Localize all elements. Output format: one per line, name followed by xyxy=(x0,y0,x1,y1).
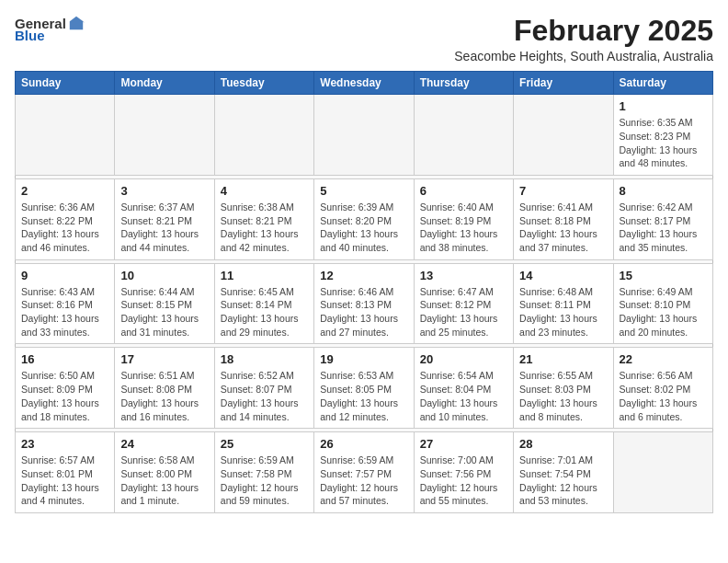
calendar-cell: 10Sunrise: 6:44 AM Sunset: 8:15 PM Dayli… xyxy=(115,263,214,344)
day-number: 12 xyxy=(320,269,407,282)
calendar-cell xyxy=(514,95,613,176)
calendar-cell: 15Sunrise: 6:49 AM Sunset: 8:10 PM Dayli… xyxy=(613,263,712,344)
logo-icon xyxy=(68,15,85,31)
title-area: February 2025 Seacombe Heights, South Au… xyxy=(454,15,713,63)
col-header-friday: Friday xyxy=(514,72,613,95)
calendar-cell: 12Sunrise: 6:46 AM Sunset: 8:13 PM Dayli… xyxy=(314,263,414,344)
calendar-week-row: 16Sunrise: 6:50 AM Sunset: 8:09 PM Dayli… xyxy=(16,348,713,429)
day-number: 1 xyxy=(620,99,707,113)
calendar-cell: 5Sunrise: 6:39 AM Sunset: 8:20 PM Daylig… xyxy=(314,178,414,259)
calendar-cell: 8Sunrise: 6:42 AM Sunset: 8:17 PM Daylig… xyxy=(613,178,712,259)
col-header-wednesday: Wednesday xyxy=(314,72,414,95)
day-number: 2 xyxy=(21,184,108,198)
col-header-tuesday: Tuesday xyxy=(214,72,313,95)
calendar-cell: 6Sunrise: 6:40 AM Sunset: 8:19 PM Daylig… xyxy=(414,178,513,259)
calendar-cell xyxy=(414,95,513,176)
day-info: Sunrise: 7:00 AM Sunset: 7:56 PM Dayligh… xyxy=(420,454,507,508)
calendar-cell: 9Sunrise: 6:43 AM Sunset: 8:16 PM Daylig… xyxy=(16,263,115,344)
logo-blue: Blue xyxy=(15,28,45,43)
day-info: Sunrise: 6:36 AM Sunset: 8:22 PM Dayligh… xyxy=(21,201,108,255)
calendar-cell: 16Sunrise: 6:50 AM Sunset: 8:09 PM Dayli… xyxy=(16,348,115,429)
calendar-week-row: 2Sunrise: 6:36 AM Sunset: 8:22 PM Daylig… xyxy=(16,178,713,259)
day-number: 10 xyxy=(120,269,208,282)
calendar-cell: 27Sunrise: 7:00 AM Sunset: 7:56 PM Dayli… xyxy=(414,432,513,513)
day-number: 6 xyxy=(420,184,507,198)
calendar-cell xyxy=(115,95,214,176)
day-info: Sunrise: 6:57 AM Sunset: 8:01 PM Dayligh… xyxy=(21,454,108,508)
day-info: Sunrise: 6:42 AM Sunset: 8:17 PM Dayligh… xyxy=(620,201,707,255)
calendar-cell: 4Sunrise: 6:38 AM Sunset: 8:21 PM Daylig… xyxy=(214,178,313,259)
day-info: Sunrise: 6:48 AM Sunset: 8:11 PM Dayligh… xyxy=(519,285,607,339)
day-number: 22 xyxy=(620,352,707,366)
day-info: Sunrise: 6:50 AM Sunset: 8:09 PM Dayligh… xyxy=(21,369,108,423)
calendar-week-row: 1Sunrise: 6:35 AM Sunset: 8:23 PM Daylig… xyxy=(16,95,713,176)
calendar-cell: 23Sunrise: 6:57 AM Sunset: 8:01 PM Dayli… xyxy=(16,432,115,513)
day-info: Sunrise: 6:44 AM Sunset: 8:15 PM Dayligh… xyxy=(120,285,208,339)
col-header-sunday: Sunday xyxy=(16,72,115,95)
day-info: Sunrise: 6:55 AM Sunset: 8:03 PM Dayligh… xyxy=(519,369,607,423)
day-info: Sunrise: 6:40 AM Sunset: 8:19 PM Dayligh… xyxy=(420,201,507,255)
calendar-cell: 13Sunrise: 6:47 AM Sunset: 8:12 PM Dayli… xyxy=(414,263,513,344)
calendar-cell: 3Sunrise: 6:37 AM Sunset: 8:21 PM Daylig… xyxy=(115,178,214,259)
calendar-cell: 1Sunrise: 6:35 AM Sunset: 8:23 PM Daylig… xyxy=(613,95,712,176)
col-header-saturday: Saturday xyxy=(613,72,712,95)
day-number: 13 xyxy=(420,269,507,282)
day-number: 24 xyxy=(120,437,208,451)
day-info: Sunrise: 6:51 AM Sunset: 8:08 PM Dayligh… xyxy=(120,369,208,423)
calendar-header-row: Sunday Monday Tuesday Wednesday Thursday… xyxy=(16,72,713,95)
calendar: Sunday Monday Tuesday Wednesday Thursday… xyxy=(15,71,713,513)
day-info: Sunrise: 6:39 AM Sunset: 8:20 PM Dayligh… xyxy=(320,201,407,255)
day-number: 15 xyxy=(620,269,707,282)
day-number: 5 xyxy=(320,184,407,198)
day-number: 26 xyxy=(320,437,407,451)
day-number: 11 xyxy=(221,269,308,282)
calendar-cell: 26Sunrise: 6:59 AM Sunset: 7:57 PM Dayli… xyxy=(314,432,414,513)
subtitle: Seacombe Heights, South Australia, Austr… xyxy=(454,49,713,63)
day-info: Sunrise: 6:38 AM Sunset: 8:21 PM Dayligh… xyxy=(221,201,308,255)
logo: General Blue xyxy=(15,15,85,43)
main-title: February 2025 xyxy=(454,15,713,47)
day-number: 23 xyxy=(21,437,108,451)
day-info: Sunrise: 6:56 AM Sunset: 8:02 PM Dayligh… xyxy=(620,369,707,423)
day-info: Sunrise: 6:49 AM Sunset: 8:10 PM Dayligh… xyxy=(620,285,707,339)
day-info: Sunrise: 6:53 AM Sunset: 8:05 PM Dayligh… xyxy=(320,369,407,423)
calendar-cell: 19Sunrise: 6:53 AM Sunset: 8:05 PM Dayli… xyxy=(314,348,414,429)
day-number: 17 xyxy=(120,352,208,366)
day-info: Sunrise: 6:35 AM Sunset: 8:23 PM Dayligh… xyxy=(620,116,707,170)
calendar-cell xyxy=(314,95,414,176)
calendar-cell: 2Sunrise: 6:36 AM Sunset: 8:22 PM Daylig… xyxy=(16,178,115,259)
day-info: Sunrise: 6:45 AM Sunset: 8:14 PM Dayligh… xyxy=(221,285,308,339)
svg-marker-0 xyxy=(70,17,83,29)
day-info: Sunrise: 6:37 AM Sunset: 8:21 PM Dayligh… xyxy=(120,201,208,255)
header: General Blue February 2025 Seacombe Heig… xyxy=(15,15,713,63)
calendar-cell: 18Sunrise: 6:52 AM Sunset: 8:07 PM Dayli… xyxy=(214,348,313,429)
calendar-cell: 17Sunrise: 6:51 AM Sunset: 8:08 PM Dayli… xyxy=(115,348,214,429)
calendar-cell: 20Sunrise: 6:54 AM Sunset: 8:04 PM Dayli… xyxy=(414,348,513,429)
day-number: 28 xyxy=(519,437,607,451)
page-container: General Blue February 2025 Seacombe Heig… xyxy=(15,15,713,513)
calendar-week-row: 9Sunrise: 6:43 AM Sunset: 8:16 PM Daylig… xyxy=(16,263,713,344)
day-number: 18 xyxy=(221,352,308,366)
day-number: 20 xyxy=(420,352,507,366)
day-number: 3 xyxy=(120,184,208,198)
day-info: Sunrise: 6:43 AM Sunset: 8:16 PM Dayligh… xyxy=(21,285,108,339)
day-number: 7 xyxy=(519,184,607,198)
day-info: Sunrise: 6:47 AM Sunset: 8:12 PM Dayligh… xyxy=(420,285,507,339)
calendar-cell xyxy=(613,432,712,513)
day-number: 19 xyxy=(320,352,407,366)
calendar-cell: 25Sunrise: 6:59 AM Sunset: 7:58 PM Dayli… xyxy=(214,432,313,513)
day-number: 27 xyxy=(420,437,507,451)
day-info: Sunrise: 6:52 AM Sunset: 8:07 PM Dayligh… xyxy=(221,369,308,423)
day-info: Sunrise: 6:46 AM Sunset: 8:13 PM Dayligh… xyxy=(320,285,407,339)
day-number: 9 xyxy=(21,269,108,282)
day-info: Sunrise: 6:41 AM Sunset: 8:18 PM Dayligh… xyxy=(519,201,607,255)
calendar-cell: 21Sunrise: 6:55 AM Sunset: 8:03 PM Dayli… xyxy=(514,348,613,429)
day-info: Sunrise: 6:54 AM Sunset: 8:04 PM Dayligh… xyxy=(420,369,507,423)
day-info: Sunrise: 6:58 AM Sunset: 8:00 PM Dayligh… xyxy=(120,454,208,508)
day-number: 14 xyxy=(519,269,607,282)
calendar-cell: 11Sunrise: 6:45 AM Sunset: 8:14 PM Dayli… xyxy=(214,263,313,344)
col-header-thursday: Thursday xyxy=(414,72,513,95)
day-info: Sunrise: 6:59 AM Sunset: 7:58 PM Dayligh… xyxy=(221,454,308,508)
calendar-cell xyxy=(16,95,115,176)
day-number: 4 xyxy=(221,184,308,198)
